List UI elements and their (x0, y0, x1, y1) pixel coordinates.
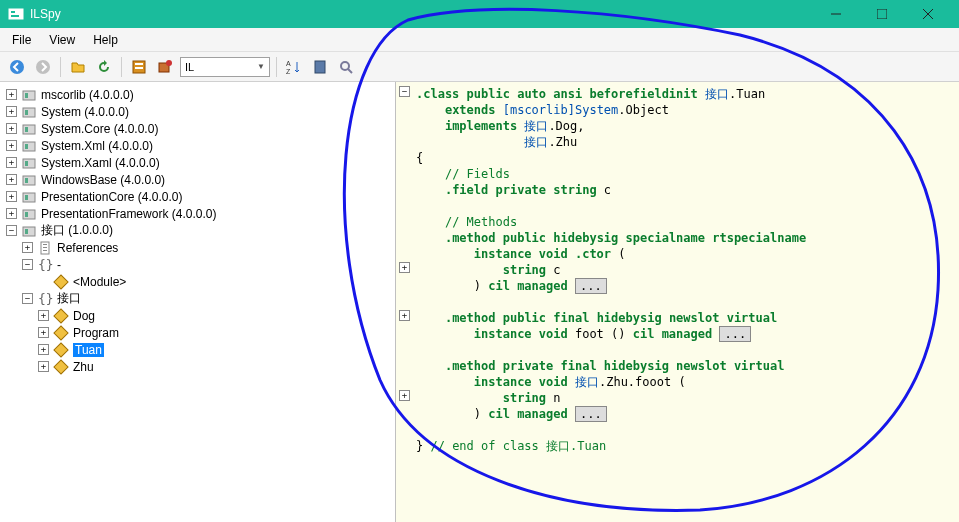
references-icon (37, 240, 53, 256)
collapse-button[interactable] (309, 56, 331, 78)
tree-item[interactable]: +System.Xml (4.0.0.0) (0, 137, 395, 154)
assembly-icon (21, 121, 37, 137)
class-icon (53, 308, 69, 324)
app-icon (8, 6, 24, 22)
class-icon (53, 325, 69, 341)
tree-item-references[interactable]: +References (0, 239, 395, 256)
svg-text:Z: Z (286, 68, 291, 75)
svg-rect-24 (25, 127, 28, 132)
tree-item-open[interactable]: −接口 (1.0.0.0) (0, 222, 395, 239)
tree-item-class-selected[interactable]: +Tuan (0, 341, 395, 358)
svg-point-8 (36, 60, 50, 74)
back-button[interactable] (6, 56, 28, 78)
svg-rect-4 (877, 9, 887, 19)
assembly-icon (21, 87, 37, 103)
svg-line-18 (348, 69, 352, 73)
search-button[interactable] (335, 56, 357, 78)
assembly-icon (21, 155, 37, 171)
assembly-list-button[interactable] (128, 56, 150, 78)
assembly-icon (21, 104, 37, 120)
title-bar: ILSpy (0, 0, 959, 28)
svg-rect-0 (9, 9, 23, 19)
tree-item-class[interactable]: +Zhu (0, 358, 395, 375)
svg-rect-29 (23, 176, 35, 185)
svg-rect-21 (23, 108, 35, 117)
svg-rect-27 (23, 159, 35, 168)
svg-rect-1 (11, 11, 15, 13)
fold-toggle[interactable]: + (399, 262, 410, 273)
tree-item[interactable]: +PresentationFramework (4.0.0.0) (0, 205, 395, 222)
code-pane[interactable]: − + + + .class public auto ansi beforefi… (396, 82, 959, 522)
namespace-icon: {} (37, 291, 53, 307)
tree-item-ns[interactable]: −{}- (0, 256, 395, 273)
namespace-icon: {} (37, 257, 53, 273)
svg-text:A: A (286, 60, 291, 67)
tree-item-class[interactable]: +Dog (0, 307, 395, 324)
tree-item[interactable]: +System.Xaml (4.0.0.0) (0, 154, 395, 171)
nuget-button[interactable] (154, 56, 176, 78)
separator (276, 57, 277, 77)
svg-rect-20 (25, 93, 28, 98)
menu-help[interactable]: Help (85, 31, 126, 49)
tree-item[interactable]: +WindowsBase (4.0.0.0) (0, 171, 395, 188)
forward-button[interactable] (32, 56, 54, 78)
tree-item-class[interactable]: +Program (0, 324, 395, 341)
sort-button[interactable]: AZ (283, 56, 305, 78)
svg-rect-28 (25, 161, 28, 166)
svg-rect-11 (135, 67, 143, 69)
window-title: ILSpy (30, 7, 813, 21)
assembly-icon (21, 138, 37, 154)
open-button[interactable] (67, 56, 89, 78)
class-icon (53, 274, 69, 290)
language-combo[interactable]: IL ▼ (180, 57, 270, 77)
menu-bar: File View Help (0, 28, 959, 52)
svg-rect-34 (25, 212, 28, 217)
toolbar: IL ▼ AZ (0, 52, 959, 82)
menu-file[interactable]: File (4, 31, 39, 49)
assembly-icon (21, 223, 37, 239)
maximize-button[interactable] (859, 0, 905, 28)
fold-gutter: − + + + (396, 82, 414, 522)
svg-point-13 (166, 60, 172, 66)
fold-toggle[interactable]: + (399, 310, 410, 321)
separator (60, 57, 61, 77)
assembly-icon (21, 189, 37, 205)
svg-rect-25 (23, 142, 35, 151)
svg-rect-16 (315, 61, 325, 73)
assembly-icon (21, 206, 37, 222)
close-button[interactable] (905, 0, 951, 28)
refresh-button[interactable] (93, 56, 115, 78)
svg-rect-26 (25, 144, 28, 149)
tree-item[interactable]: +mscorlib (4.0.0.0) (0, 86, 395, 103)
svg-rect-42 (54, 274, 68, 288)
tree-item-ns[interactable]: −{}接口 (0, 290, 395, 307)
svg-point-17 (341, 62, 349, 70)
svg-text:{}: {} (38, 291, 53, 306)
separator (121, 57, 122, 77)
svg-rect-46 (54, 342, 68, 356)
assembly-icon (21, 172, 37, 188)
tree-item[interactable]: +PresentationCore (4.0.0.0) (0, 188, 395, 205)
assembly-tree[interactable]: +mscorlib (4.0.0.0) +System (4.0.0.0) +S… (0, 82, 396, 522)
chevron-down-icon: ▼ (257, 62, 265, 71)
svg-rect-44 (54, 308, 68, 322)
minimize-button[interactable] (813, 0, 859, 28)
tree-item[interactable]: +System (4.0.0.0) (0, 103, 395, 120)
fold-toggle[interactable]: + (399, 390, 410, 401)
svg-rect-35 (23, 227, 35, 236)
tree-item[interactable]: +System.Core (4.0.0.0) (0, 120, 395, 137)
svg-text:{}: {} (38, 257, 53, 272)
language-label: IL (185, 61, 194, 73)
svg-rect-2 (11, 15, 19, 17)
svg-rect-19 (23, 91, 35, 100)
code-text: .class public auto ansi beforefieldinit … (416, 86, 959, 454)
svg-rect-23 (23, 125, 35, 134)
menu-view[interactable]: View (41, 31, 83, 49)
svg-rect-32 (25, 195, 28, 200)
svg-rect-47 (54, 359, 68, 373)
svg-rect-30 (25, 178, 28, 183)
tree-item-module[interactable]: <Module> (0, 273, 395, 290)
svg-rect-31 (23, 193, 35, 202)
fold-toggle[interactable]: − (399, 86, 410, 97)
svg-rect-45 (54, 325, 68, 339)
